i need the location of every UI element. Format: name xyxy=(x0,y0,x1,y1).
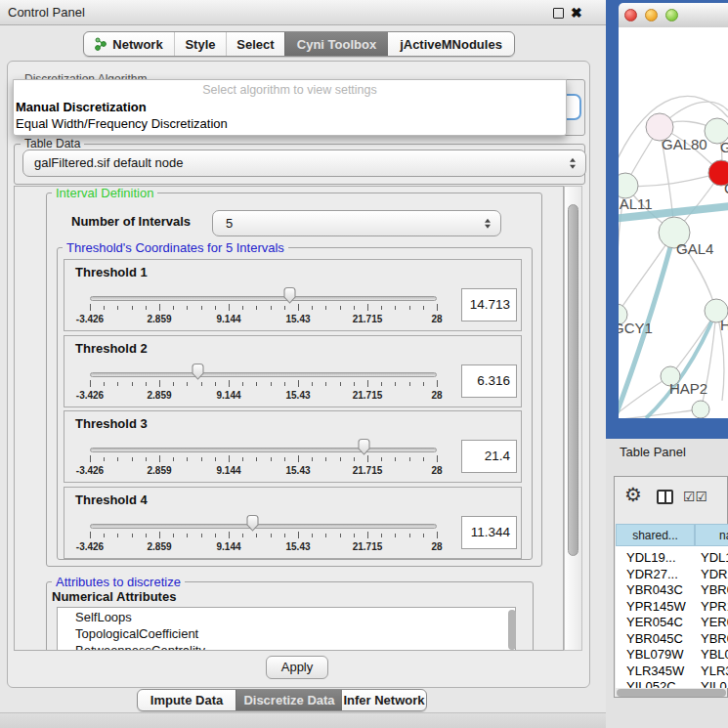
minor-tick xyxy=(340,306,341,310)
minor-tick xyxy=(284,534,285,537)
threshold-value-field[interactable]: 14.713 xyxy=(461,288,517,321)
major-tick xyxy=(367,532,368,538)
numerical-attributes-list[interactable]: SelfLoopsTopologicalCoefficientBetweenne… xyxy=(57,607,516,651)
minor-tick xyxy=(256,457,257,461)
mac-zoom-icon[interactable] xyxy=(665,9,678,21)
cell-name: YIL0 xyxy=(701,679,727,688)
tick-label: 2.859 xyxy=(130,465,189,476)
minor-tick xyxy=(201,306,202,310)
tick-label: -3.426 xyxy=(61,390,119,401)
tab-impute-data[interactable]: Impute Data xyxy=(138,690,236,710)
table-row[interactable]: YIL052CYIL0 xyxy=(616,679,728,688)
cell-name: YBL0 xyxy=(701,647,728,662)
tick-label: -3.426 xyxy=(61,314,119,324)
minor-tick xyxy=(242,382,243,386)
minor-tick xyxy=(146,457,147,461)
threshold-label: Threshold 3 xyxy=(75,416,148,431)
table-row[interactable]: YBR043CYBR0 xyxy=(616,582,728,599)
tick-label: 21.715 xyxy=(338,541,397,552)
minor-tick xyxy=(242,534,243,537)
table-row[interactable]: YER054CYER0 xyxy=(616,615,728,631)
table-data-combo[interactable]: galFiltered.sif default node xyxy=(22,150,586,177)
tab-label: Discretize Data xyxy=(243,693,334,707)
network-window-titlebar[interactable] xyxy=(619,3,728,28)
minor-tick xyxy=(215,306,216,310)
number-of-intervals-combo[interactable]: 5 xyxy=(212,210,501,236)
network-node[interactable] xyxy=(692,401,709,418)
apply-button[interactable]: Apply xyxy=(266,656,328,679)
slider-thumb[interactable] xyxy=(281,286,298,308)
major-tick xyxy=(90,380,91,387)
threshold-value-field[interactable]: 11.344 xyxy=(461,516,517,549)
tab-discretize-data[interactable]: Discretize Data xyxy=(236,690,342,710)
table-widget: ⚙ ☑☑ shared... na YDL19...YDL1YDR27...YD… xyxy=(614,476,728,698)
mac-minimize-icon[interactable] xyxy=(645,9,658,21)
table-row[interactable]: YDL19...YDL1 xyxy=(616,550,728,567)
minor-tick xyxy=(256,306,257,310)
tab-jactivemnodules[interactable]: jActiveMNodules xyxy=(388,32,514,56)
threshold-value-field[interactable]: 21.4 xyxy=(461,440,517,473)
slider-thumb[interactable] xyxy=(190,363,206,384)
table-row[interactable]: YBL079WYBL0 xyxy=(616,647,728,664)
slider-track[interactable] xyxy=(90,524,437,529)
tab-infer-network[interactable]: Infer Network xyxy=(342,690,426,710)
cell-name: YBR0 xyxy=(701,582,728,597)
threshold-row-4: Threshold 4-3.4262.8599.14415.4321.71528… xyxy=(64,487,522,559)
column-header-shared[interactable]: shared... xyxy=(616,524,695,546)
panel-scrollbar-track[interactable] xyxy=(564,186,582,651)
attribute-item[interactable]: TopologicalCoefficient xyxy=(75,626,198,641)
major-tick xyxy=(90,304,91,311)
popup-option-manual[interactable]: Manual Discretization xyxy=(16,100,147,114)
node-label: GA xyxy=(720,139,728,155)
threshold-value-field[interactable]: 6.316 xyxy=(461,364,517,398)
attribute-item[interactable]: SelfLoops xyxy=(75,610,132,624)
major-tick xyxy=(229,455,230,462)
column-header-name[interactable]: na xyxy=(695,524,728,546)
tab-style[interactable]: Style xyxy=(174,32,226,56)
major-tick xyxy=(159,455,160,462)
minor-tick xyxy=(242,306,243,310)
list-scrollbar-thumb[interactable] xyxy=(508,610,516,650)
tab-cyni-toolbox[interactable]: Cyni Toolbox xyxy=(284,32,388,56)
table-row[interactable]: YLR345WYLR3 xyxy=(616,664,728,680)
table-row[interactable]: YBR045CYBR0 xyxy=(616,631,728,648)
threshold-label: Threshold 2 xyxy=(75,341,148,356)
minor-tick xyxy=(117,306,118,310)
network-canvas[interactable]: GAL80GACGAL11GAL4GCY1HHAP2 xyxy=(619,27,728,418)
bottom-strip xyxy=(0,712,606,728)
table-row[interactable]: YDR27...YDR2 xyxy=(616,567,728,583)
popup-hint: Select algorithm to view settings xyxy=(14,83,566,97)
slider-thumb[interactable] xyxy=(244,514,261,535)
network-graph: GAL80GACGAL11GAL4GCY1HHAP2 xyxy=(619,27,728,418)
minor-tick xyxy=(173,382,174,386)
table-hscrollbar-thumb[interactable] xyxy=(617,689,726,697)
table-panel-title: Table Panel xyxy=(620,445,686,459)
gear-icon[interactable]: ⚙ xyxy=(624,485,642,504)
checkbox-icons[interactable]: ☑☑ xyxy=(683,489,707,504)
slider-thumb[interactable] xyxy=(356,438,372,459)
minor-tick xyxy=(409,382,410,386)
tab-label: Impute Data xyxy=(150,693,223,707)
cell-shared-name: YBR045C xyxy=(626,631,683,646)
tab-select[interactable]: Select xyxy=(226,32,284,56)
minor-tick xyxy=(395,382,396,386)
tick-label: 2.859 xyxy=(130,541,189,552)
panel-scrollbar-thumb[interactable] xyxy=(568,204,578,556)
split-columns-icon[interactable] xyxy=(657,490,673,504)
minor-tick xyxy=(146,306,147,310)
table-row[interactable]: YPR145WYPR1 xyxy=(616,599,728,616)
slider-track[interactable] xyxy=(90,296,437,301)
minor-tick xyxy=(312,306,313,310)
cell-name: YLR3 xyxy=(701,664,728,678)
screenshot-root: Control Panel ✖ NetworkStyleSelectCyni T… xyxy=(0,0,728,728)
attribute-item[interactable]: BetweennessCentrality xyxy=(75,643,205,651)
slider-track[interactable] xyxy=(90,448,437,452)
mac-close-icon[interactable] xyxy=(624,9,637,21)
tick-label: 15.43 xyxy=(269,541,327,552)
popup-option-equal-width[interactable]: Equal Width/Frequency Discretization xyxy=(16,116,228,131)
tab-network[interactable]: Network xyxy=(84,32,174,56)
slider-track[interactable] xyxy=(90,372,437,377)
float-window-icon[interactable] xyxy=(553,8,564,19)
minor-tick xyxy=(132,306,133,310)
close-icon[interactable]: ✖ xyxy=(571,3,582,22)
